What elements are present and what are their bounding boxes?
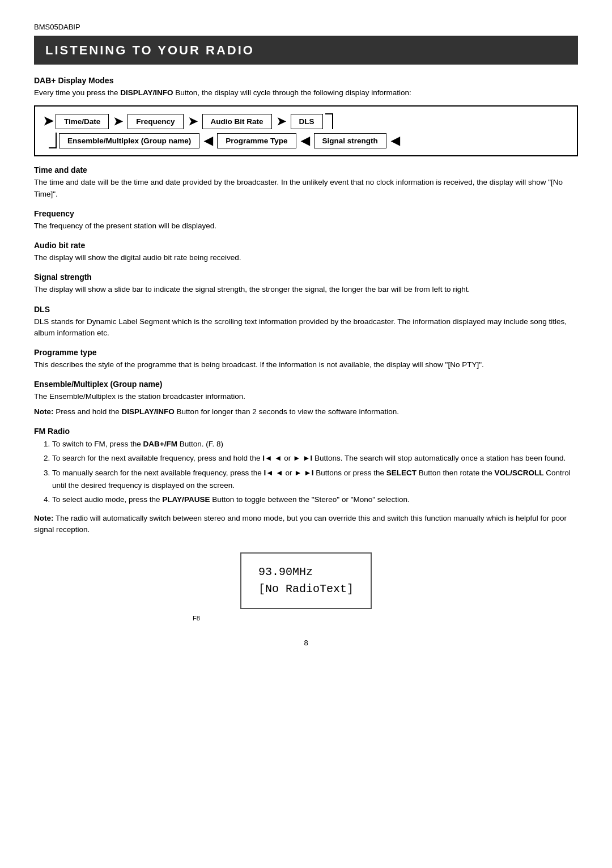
fm-radio-list: To switch to FM, press the DAB+/FM Butto… <box>52 438 578 506</box>
fm-dab-fm-bold: DAB+/FM <box>143 440 177 448</box>
note2-label: Note: <box>34 514 54 522</box>
flow-box-dls: DLS <box>291 114 323 129</box>
fm-item-1: To switch to FM, press the DAB+/FM Butto… <box>52 438 578 450</box>
fm-volscroll-bold: VOL/SCROLL <box>494 469 543 477</box>
note1: Note: Press and hold the DISPLAY/INFO Bu… <box>34 406 578 418</box>
f8-label: F8 <box>193 615 200 622</box>
flow-top-row: ➤ Time/Date ➤ Frequency ➤ Audio Bit Rate… <box>43 113 569 129</box>
arrow-left-1: ◀ <box>204 134 212 147</box>
flow-box-frequency: Frequency <box>128 114 183 129</box>
dab-display-intro: Every time you press the DISPLAY/INFO Bu… <box>34 87 578 99</box>
fm-item-3: To manually search for the next availabl… <box>52 467 578 491</box>
bracket-top-right <box>325 113 333 129</box>
flow-box-audiobitrate: Audio Bit Rate <box>202 114 272 129</box>
flow-diagram: ➤ Time/Date ➤ Frequency ➤ Audio Bit Rate… <box>34 105 578 156</box>
arrow-3: ➤ <box>277 114 286 128</box>
note1-label: Note: <box>34 407 54 416</box>
fm-item-2: To search for the next available frequen… <box>52 452 578 465</box>
fm-select-bold: SELECT <box>386 469 416 477</box>
signal-strength-heading: Signal strength <box>34 273 578 282</box>
flow-bottom-row: Ensemble/Multiplex (Group name) ◀ Progra… <box>43 133 569 148</box>
dab-display-heading: DAB+ Display Modes <box>34 76 578 85</box>
page-number: 8 <box>34 639 578 647</box>
signal-strength-text: The display will show a slide bar to ind… <box>34 284 578 295</box>
audio-bit-rate-heading: Audio bit rate <box>34 241 578 250</box>
fm-item-4: To select audio mode, press the PLAY/PAU… <box>52 493 578 506</box>
section-title-bar: LISTENING TO YOUR RADIO <box>34 36 578 65</box>
lcd-display: 93.90MHz [No RadioText] <box>240 552 372 609</box>
dls-text: DLS stands for Dynamic Label Segment whi… <box>34 316 578 339</box>
frequency-heading: Frequency <box>34 209 578 218</box>
arrow-1: ➤ <box>113 114 123 128</box>
frequency-text: The frequency of the present station wil… <box>34 220 578 232</box>
ensemble-text: The Ensemble/Multiplex is the station br… <box>34 391 578 402</box>
programme-type-text: This describes the style of the programm… <box>34 359 578 371</box>
lcd-line1: 93.90MHz <box>258 564 354 581</box>
note1-bold: DISPLAY/INFO <box>122 407 175 416</box>
arrow-left-3: ◀ <box>391 134 400 147</box>
display-container: 93.90MHz [No RadioText] F8 <box>34 547 578 622</box>
arrow-2: ➤ <box>188 114 198 128</box>
flow-box-timedate: Time/Date <box>56 114 109 129</box>
fm-next-bold: ► ►I <box>293 454 312 462</box>
lcd-line2: [No RadioText] <box>258 581 354 598</box>
fm-prev-bold-2: I◄ ◄ <box>264 469 283 477</box>
section-title: LISTENING TO YOUR RADIO <box>45 43 567 58</box>
flow-box-ensemble: Ensemble/Multiplex (Group name) <box>59 133 199 148</box>
fm-playpause-bold: PLAY/PAUSE <box>162 495 210 504</box>
note2: Note: The radio will automatically switc… <box>34 513 578 536</box>
time-date-text: The time and date will be the time and d… <box>34 177 578 200</box>
ensemble-heading: Ensemble/Multiplex (Group name) <box>34 380 578 389</box>
fm-or-1: or <box>284 454 291 462</box>
arrow-left-2: ◀ <box>301 134 309 147</box>
display-info-bold: DISPLAY/INFO <box>120 88 173 97</box>
time-date-heading: Time and date <box>34 165 578 175</box>
fm-prev-bold: I◄ ◄ <box>262 454 282 462</box>
fm-next-bold-2: ► ►I <box>294 469 313 477</box>
programme-type-heading: Programme type <box>34 348 578 357</box>
audio-bit-rate-text: The display will show the digital audio … <box>34 252 578 263</box>
fm-or-2: or <box>285 469 292 477</box>
fm-radio-heading: FM Radio <box>34 427 578 436</box>
dls-heading: DLS <box>34 305 578 314</box>
doc-model: BMS05DABIP <box>34 23 578 31</box>
arrow-start: ➤ <box>43 114 53 129</box>
flow-box-programme-type: Programme Type <box>217 133 296 148</box>
bracket-bottom-left <box>49 133 57 148</box>
flow-box-signal-strength: Signal strength <box>314 133 386 148</box>
